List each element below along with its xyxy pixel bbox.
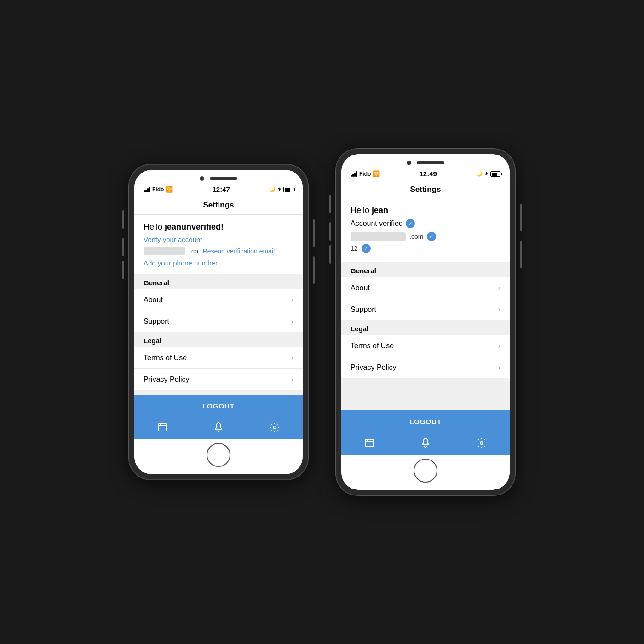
status-bar-left: Fido 🛜 12:47 🌙 ∗ <box>134 184 303 197</box>
battery-right <box>490 171 500 177</box>
privacy-item-right[interactable]: Privacy Policy › <box>341 357 510 378</box>
bluetooth-icon-right: ∗ <box>484 171 489 177</box>
username-left: jeanunverified! <box>165 222 224 231</box>
phone-left: Fido 🛜 12:47 🌙 ∗ Settings <box>129 164 308 480</box>
notch-area-left <box>134 170 303 184</box>
verified-check-right: ✓ <box>406 219 415 228</box>
signal-bars-left <box>144 187 150 192</box>
about-item-left[interactable]: About › <box>134 289 303 311</box>
terms-item-right[interactable]: Terms of Use › <box>341 335 510 357</box>
phone-check-right: ✓ <box>362 244 371 253</box>
terms-chevron-left: › <box>291 354 293 362</box>
files-icon-left <box>157 422 168 433</box>
terms-label-right: Terms of Use <box>351 342 394 350</box>
battery-left <box>283 187 293 192</box>
tab-files-left[interactable] <box>157 422 168 433</box>
content-right[interactable]: Hello jean Account verified ✓ .com ✓ 12 … <box>341 199 510 433</box>
camera-speaker-left <box>200 176 237 181</box>
home-area-left <box>134 439 303 474</box>
privacy-chevron-left: › <box>291 375 293 384</box>
files-icon-right <box>364 437 375 448</box>
about-chevron-right: › <box>498 284 500 292</box>
carrier-left: Fido <box>152 186 164 193</box>
tab-settings-right[interactable] <box>476 437 487 448</box>
nav-title-left: Settings <box>203 201 234 209</box>
svg-point-3 <box>480 442 483 444</box>
spacer-left <box>134 390 303 394</box>
carrier-right: Fido <box>359 171 371 177</box>
time-right: 12:49 <box>419 170 437 178</box>
email-suffix-left: .co <box>190 247 198 255</box>
support-chevron-left: › <box>291 317 293 326</box>
hello-text-right: Hello jean <box>351 206 500 215</box>
privacy-label-left: Privacy Policy <box>144 375 190 384</box>
privacy-item-left[interactable]: Privacy Policy › <box>134 369 303 390</box>
home-button-right[interactable] <box>414 459 437 483</box>
svg-rect-2 <box>365 439 374 447</box>
phone-number-right: 12 <box>351 245 358 252</box>
bell-icon-left <box>213 422 224 433</box>
email-blur-right <box>351 232 406 241</box>
wifi-right: 🛜 <box>373 170 380 177</box>
tab-bar-right <box>341 433 510 455</box>
username-right: jean <box>372 206 388 215</box>
hello-prefix-left: Hello <box>144 222 165 231</box>
gear-icon-right <box>476 437 487 448</box>
phone-data-row-right: 12 ✓ <box>351 244 500 253</box>
email-data-row-right: .com ✓ <box>351 232 500 241</box>
tab-settings-left[interactable] <box>269 422 280 433</box>
resend-link-left[interactable]: Resend verification email <box>203 247 275 255</box>
about-label-left: About <box>144 296 163 304</box>
support-item-right[interactable]: Support › <box>341 299 510 320</box>
camera-right <box>407 161 411 165</box>
nav-bar-right: Settings <box>341 181 510 199</box>
general-header-right: General <box>341 262 510 277</box>
support-item-left[interactable]: Support › <box>134 311 303 332</box>
time-left: 12:47 <box>212 185 230 193</box>
moon-icon-right: 🌙 <box>476 171 483 177</box>
legal-header-right: Legal <box>341 320 510 335</box>
gear-icon-left <box>269 422 280 433</box>
home-button-left[interactable] <box>207 443 230 467</box>
status-right-right: 🌙 ∗ <box>476 171 500 177</box>
email-blur-left <box>144 247 185 255</box>
notch-area-right <box>341 154 510 168</box>
screen-left: Fido 🛜 12:47 🌙 ∗ Settings <box>134 170 303 474</box>
bell-icon-right <box>420 437 431 448</box>
svg-point-1 <box>273 426 276 429</box>
tab-notifications-right[interactable] <box>420 437 431 448</box>
screen-right: Fido 🛜 12:49 🌙 ∗ Settings <box>341 154 510 490</box>
about-label-right: About <box>351 284 370 292</box>
bluetooth-icon-left: ∗ <box>277 186 282 192</box>
content-left[interactable]: Hello jeanunverified! Verify your accoun… <box>134 215 303 417</box>
tab-files-right[interactable] <box>364 437 375 448</box>
phone-right: Fido 🛜 12:49 🌙 ∗ Settings <box>336 149 515 495</box>
privacy-chevron-right: › <box>498 363 500 372</box>
verify-link-left[interactable]: Verify your account <box>144 236 293 243</box>
svg-rect-0 <box>158 424 167 431</box>
nav-title-right: Settings <box>410 185 441 194</box>
logout-button-left[interactable]: LOGOUT <box>134 395 303 417</box>
wifi-left: 🛜 <box>166 186 173 193</box>
email-domain-right: .com <box>409 233 423 240</box>
terms-chevron-right: › <box>498 342 500 350</box>
legal-header-left: Legal <box>134 332 303 347</box>
terms-item-left[interactable]: Terms of Use › <box>134 347 303 369</box>
terms-label-left: Terms of Use <box>144 354 187 362</box>
hello-text-left: Hello jeanunverified! <box>144 222 293 232</box>
status-bar-right: Fido 🛜 12:49 🌙 ∗ <box>341 168 510 181</box>
status-left-right: Fido 🛜 <box>351 170 380 177</box>
moon-icon-left: 🌙 <box>269 186 276 192</box>
legal-list-left: Terms of Use › Privacy Policy › <box>134 347 303 390</box>
general-list-right: About › Support › <box>341 277 510 320</box>
legal-list-right: Terms of Use › Privacy Policy › <box>341 335 510 378</box>
hello-prefix-right: Hello <box>351 206 372 215</box>
logout-button-right[interactable]: LOGOUT <box>341 410 510 433</box>
tab-notifications-left[interactable] <box>213 422 224 433</box>
about-item-right[interactable]: About › <box>341 277 510 299</box>
empty-space-right <box>341 382 510 409</box>
about-chevron-left: › <box>291 296 293 304</box>
phone-link-left[interactable]: Add your phone number <box>144 259 293 267</box>
general-list-left: About › Support › <box>134 289 303 332</box>
status-left-left: Fido 🛜 <box>144 186 173 193</box>
